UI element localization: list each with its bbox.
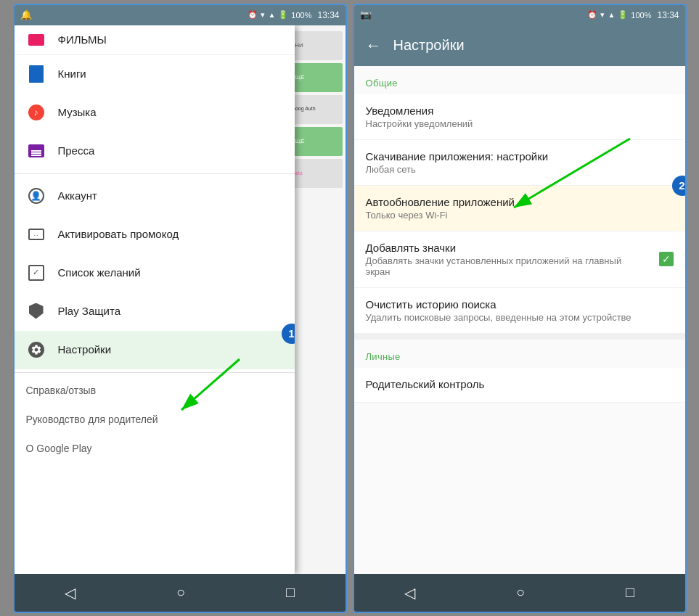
settings-page-title: Настройки	[393, 37, 465, 54]
autoupdate-subtitle: Только через Wi-Fi	[366, 210, 674, 221]
music-icon: ♪	[26, 102, 46, 123]
right-battery-percent: 100%	[631, 11, 651, 20]
right-status-left: 📷	[360, 9, 372, 20]
notifications-title: Уведомления	[366, 104, 674, 117]
autoupdate-title: Автообновление приложений	[366, 196, 674, 208]
drawer-footer-parental[interactable]: Руководство для родителей	[15, 405, 295, 434]
status-icons: ⏰ ▾ ▲ 🔋 100% 13:34	[248, 10, 339, 20]
drawer-item-protect[interactable]: Play Защита	[15, 292, 295, 331]
signal-icon: ▲	[268, 11, 275, 19]
download-title: Скачивание приложения: настройки	[366, 150, 674, 163]
drawer-item-account[interactable]: 👤 Аккаунт	[15, 177, 295, 215]
drawer-item-settings[interactable]: Настройки 1	[15, 331, 295, 369]
right-back-button[interactable]: ◁	[404, 584, 415, 601]
bg-item-5: Insta	[290, 159, 343, 188]
clear-history-title: Очистить историю поиска	[366, 298, 674, 311]
films-icon	[26, 30, 46, 50]
press-icon	[26, 141, 46, 161]
drawer-item-promo[interactable]: ... Активировать промокод	[15, 215, 295, 254]
time-display: 13:34	[317, 10, 339, 20]
drawer-divider-2	[15, 372, 295, 373]
drawer-footer-about[interactable]: О Google Play	[15, 434, 295, 463]
right-notification-icon: 📷	[360, 9, 372, 20]
bg-item-1: КНИ	[290, 31, 343, 60]
right-wifi-icon: ▾	[600, 10, 605, 20]
settings-autoupdate[interactable]: Автообновление приложений Только через W…	[354, 186, 685, 231]
press-label: Пресса	[58, 144, 95, 157]
battery-icon: 🔋	[278, 10, 288, 20]
alarm-icon: ⏰	[248, 10, 258, 20]
films-label: ФИЛЬМЫ	[58, 33, 107, 46]
settings-parental[interactable]: Родительский контроль	[354, 368, 685, 403]
drawer-footer-help[interactable]: Справка/отзыв	[15, 376, 295, 405]
left-nav-bar: ◁ ○ □	[15, 574, 346, 612]
drawer-item-press[interactable]: Пресса	[15, 132, 295, 171]
settings-clear-history[interactable]: Очистить историю поиска Удалить поисковы…	[354, 288, 685, 334]
icons-subtitle: Добавлять значки установленных приложени…	[366, 255, 674, 277]
drawer-item-books[interactable]: Книги	[15, 55, 295, 94]
drawer-item-music[interactable]: ♪ Музыка	[15, 94, 295, 132]
wishlist-label: Список желаний	[58, 266, 141, 279]
back-button[interactable]: ◁	[65, 584, 75, 601]
right-phone: 📷 ⏰ ▾ ▲ 🔋 100% 13:34 ← Настройки Общие У…	[353, 4, 687, 613]
drawer-item-films[interactable]: ФИЛЬМЫ	[15, 25, 295, 55]
bg-item-4: ЕЩЁ	[290, 127, 343, 156]
promo-icon: ...	[26, 224, 46, 245]
settings-download[interactable]: Скачивание приложения: настройки Любая с…	[354, 140, 685, 186]
notification-icon: 🔔	[20, 9, 32, 20]
settings-label: Настройки	[58, 343, 112, 356]
right-time-display: 13:34	[657, 10, 679, 20]
protect-icon	[26, 301, 46, 321]
settings-icon	[26, 340, 46, 360]
settings-icons[interactable]: Добавлять значки Добавлять значки устано…	[354, 231, 685, 288]
protect-label: Play Защита	[58, 305, 121, 317]
right-battery-icon: 🔋	[618, 10, 628, 20]
settings-content: Общие Уведомления Настройки уведомлений …	[354, 66, 685, 574]
navigation-drawer: ФИЛЬМЫ Книги ♪ Музыка	[15, 25, 295, 574]
books-label: Книги	[58, 67, 86, 80]
parental-title: Родительский контроль	[366, 378, 674, 390]
status-left: 🔔	[20, 9, 32, 20]
recent-button[interactable]: □	[286, 584, 295, 601]
drawer-item-wishlist[interactable]: ✓ Список желаний	[15, 254, 295, 292]
right-home-button[interactable]: ○	[516, 584, 525, 601]
app-background: КНИ ЕЩЁ Goog Auth ЕЩЁ Insta	[287, 25, 346, 574]
settings-divider	[354, 334, 685, 340]
drawer-divider-1	[15, 173, 295, 174]
icons-checkbox[interactable]: ✓	[659, 252, 674, 266]
home-button[interactable]: ○	[176, 584, 185, 601]
right-alarm-icon: ⏰	[587, 10, 597, 20]
battery-percent: 100%	[291, 11, 311, 20]
wifi-icon: ▾	[261, 10, 265, 20]
right-nav-bar: ◁ ○ □	[354, 574, 685, 612]
notifications-subtitle: Настройки уведомлений	[366, 118, 674, 129]
right-signal-icon: ▲	[608, 11, 615, 19]
promo-label: Активировать промокод	[58, 228, 179, 240]
settings-header: ← Настройки	[354, 25, 685, 66]
clear-history-subtitle: Удалить поисковые запросы, введенные на …	[366, 312, 674, 323]
left-status-bar: 🔔 ⏰ ▾ ▲ 🔋 100% 13:34	[15, 5, 346, 25]
music-label: Музыка	[58, 106, 97, 118]
right-status-bar: 📷 ⏰ ▾ ▲ 🔋 100% 13:34	[354, 5, 685, 25]
wishlist-icon: ✓	[26, 263, 46, 283]
bg-item-2: ЕЩЁ	[290, 63, 343, 92]
download-subtitle: Любая сеть	[366, 164, 674, 175]
section-header-general: Общие	[354, 66, 685, 94]
account-icon: 👤	[26, 186, 46, 206]
right-status-icons: ⏰ ▾ ▲ 🔋 100% 13:34	[587, 10, 679, 20]
left-phone: 🔔 ⏰ ▾ ▲ 🔋 100% 13:34 КНИ ЕЩЁ Goog Auth Е…	[13, 4, 347, 613]
section-header-personal: Личные	[354, 340, 685, 368]
icons-title: Добавлять значки	[366, 242, 674, 254]
account-label: Аккаунт	[58, 189, 97, 202]
settings-notifications[interactable]: Уведомления Настройки уведомлений	[354, 94, 685, 140]
left-main-area: КНИ ЕЩЁ Goog Auth ЕЩЁ Insta ФИЛЬМЫ	[15, 25, 346, 574]
back-arrow-icon[interactable]: ←	[366, 36, 382, 55]
right-recent-button[interactable]: □	[626, 584, 634, 601]
books-icon	[26, 64, 46, 84]
bg-item-3: Goog Auth	[290, 95, 343, 124]
